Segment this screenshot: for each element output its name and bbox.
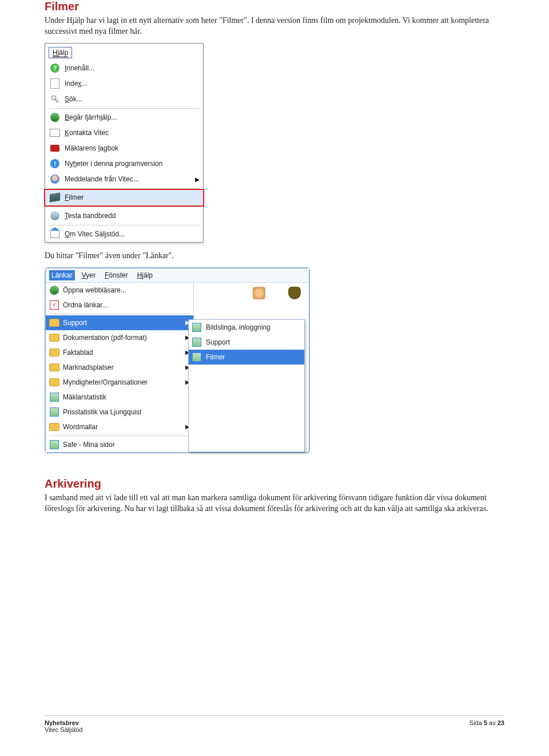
menu-item-meddelande[interactable]: Meddelande från Vitec... ▶ (45, 172, 203, 187)
page-footer: Nyhetsbrev Vitec Säljstöd Sida 5 av 23 (45, 715, 504, 745)
menu-item-ordna-lankar[interactable]: ✓ Ordna länkar... (46, 298, 193, 312)
menu-item-prisstatistik[interactable]: Prisstatistik via Ljungquist (46, 405, 193, 419)
svg-point-0 (51, 96, 56, 100)
mail-icon (50, 128, 60, 138)
folder-icon (49, 347, 59, 358)
submenu-item-support[interactable]: Support (189, 335, 304, 350)
menu-item-support[interactable]: Support ▶ (46, 315, 193, 330)
menu-item-faktablad[interactable]: Faktablad ▶ (46, 345, 193, 360)
filmer-paragraph: Under Hjälp har vi lagt in ett nytt alte… (45, 15, 504, 37)
checklist-icon: ✓ (49, 300, 59, 310)
menu-item-label: Nyheter i denna programversion (65, 160, 162, 168)
help-menu-button-label: Hjälp (53, 49, 68, 57)
network-icon (50, 211, 60, 221)
menu-item-label: Faktablad (63, 349, 93, 357)
menu-item-label: Myndigheter/Organisationer (63, 378, 148, 386)
user-icon (50, 174, 60, 184)
folder-icon (49, 362, 59, 373)
menu-item-marknadsplatser[interactable]: Marknadsplatser ▶ (46, 360, 193, 375)
menu-item-maklarstatistik[interactable]: Mäklarstatistik (46, 390, 193, 405)
menu-item-label: Om Vitec Säljstöd... (65, 230, 125, 238)
menu-item-label: Support (206, 338, 230, 346)
links-menu-left: Öppna webbläsare... ✓ Ordna länkar... Su… (46, 283, 194, 452)
square-icon (49, 392, 59, 402)
menu-item-index[interactable]: Index... (45, 76, 203, 92)
menu-item-bandbredd[interactable]: Testa bandbredd (45, 208, 203, 224)
help-menu-list: ? Innehåll... Index... Sök... Begär fjär… (45, 61, 203, 242)
menu-item-label: Filmer (65, 193, 83, 201)
book-icon (50, 143, 60, 153)
arkivering-paragraph: I samband med att vi lade till ett val a… (45, 493, 504, 514)
menubar-item-hjalp[interactable]: Hjälp (135, 270, 155, 280)
menubar-item-lankar[interactable]: Länkar (49, 270, 75, 280)
folder-icon (49, 422, 59, 432)
info-icon: ! (50, 159, 60, 169)
footer-left-line1: Nyhetsbrev (45, 719, 79, 726)
menu-item-label: Filmer (206, 353, 225, 361)
menu-item-sok[interactable]: Sök... (45, 92, 203, 107)
menu-item-label: Index... (65, 80, 87, 88)
handshake-icon[interactable] (253, 287, 265, 299)
menu-item-filmer[interactable]: Filmer (45, 190, 203, 205)
filmer-caption: Du hittar "Filmer" även under "Länkar". (45, 251, 504, 262)
menu-item-label: Support (63, 319, 87, 327)
menu-item-label: Sök... (65, 95, 82, 103)
folder-icon (49, 333, 59, 343)
globe-icon (49, 285, 59, 295)
film-icon (50, 192, 60, 203)
section-title-arkivering: Arkivering (45, 477, 504, 490)
search-icon (50, 94, 60, 104)
menu-item-label: Bildslinga, inloggning (206, 323, 270, 331)
menu-item-label: Kontakta Vitec (65, 129, 109, 137)
menu-item-label: Mäklarstatistik (63, 393, 106, 401)
links-menubar: Länkar Vyer Fönster Hjälp (46, 268, 309, 283)
menu-item-nyheter[interactable]: ! Nyheter i denna programversion (45, 156, 203, 172)
submenu-arrow-icon: ▶ (195, 176, 200, 183)
menu-item-safe[interactable]: Safe - Mina sidor (46, 437, 193, 452)
menu-item-oppna-webblasare[interactable]: Öppna webbläsare... (46, 283, 193, 298)
globe-icon (50, 112, 60, 122)
menubar-item-fonster[interactable]: Fönster (102, 270, 130, 280)
menubar-item-vyer[interactable]: Vyer (79, 270, 98, 280)
menu-item-label: Dokumentation (pdf-format) (63, 334, 147, 342)
submenu-item-filmer[interactable]: Filmer (189, 350, 304, 365)
menu-item-innehall[interactable]: ? Innehåll... (45, 61, 203, 76)
section-title-filmer: Filmer (45, 0, 504, 13)
submenu-item-bildslinga[interactable]: Bildslinga, inloggning (189, 320, 304, 335)
menu-item-kontakta[interactable]: Kontakta Vitec (45, 125, 203, 141)
menu-item-label: Meddelande från Vitec... (65, 175, 139, 183)
menu-item-label: Begär fjärrhjälp... (65, 113, 117, 121)
menu-item-label: Marknadsplatser (63, 363, 114, 371)
menu-item-myndigheter[interactable]: Myndigheter/Organisationer ▶ (46, 375, 193, 390)
menu-item-label: Innehåll... (65, 64, 94, 72)
menu-item-lagbok[interactable]: Mäklarens lagbok (45, 141, 203, 156)
house-icon (50, 229, 60, 239)
menu-item-label: Wordmallar (63, 423, 98, 431)
menu-item-label: Testa bandbredd (65, 212, 116, 220)
moneybag-icon[interactable] (288, 287, 301, 299)
square-icon (49, 440, 59, 450)
menu-item-label: Prisstatistik via Ljungquist (63, 408, 141, 416)
svg-line-1 (55, 100, 58, 102)
links-submenu-right: Bildslinga, inloggning Support Filmer (188, 319, 305, 452)
menu-item-om[interactable]: Om Vitec Säljstöd... (45, 227, 203, 242)
menu-item-wordmallar[interactable]: Wordmallar ▶ (46, 419, 193, 434)
square-icon (192, 338, 201, 347)
footer-left-line2: Vitec Säljstöd (45, 726, 82, 733)
toolbar-icons (253, 287, 309, 299)
footer-page-total: 23 (498, 719, 504, 726)
menu-item-dokumentation[interactable]: Dokumentation (pdf-format) ▶ (46, 330, 193, 345)
menu-item-fjarrhjalp[interactable]: Begär fjärrhjälp... (45, 110, 203, 125)
links-menu-screenshot: Länkar Vyer Fönster Hjälp Öppna webbläsa… (45, 267, 310, 453)
folder-icon (49, 318, 59, 328)
square-icon (192, 353, 201, 362)
help-icon: ? (50, 63, 60, 73)
menu-item-label: Mäklarens lagbok (65, 144, 118, 152)
document-icon (50, 78, 60, 89)
help-menu-button[interactable]: Hjälp (49, 47, 72, 58)
footer-page-mid: av (487, 719, 498, 726)
square-icon (192, 323, 201, 332)
menu-item-label: Safe - Mina sidor (63, 441, 115, 449)
folder-icon (49, 377, 59, 387)
help-menu-screenshot: Hjälp ? Innehåll... Index... Sök... Begä… (45, 43, 204, 243)
